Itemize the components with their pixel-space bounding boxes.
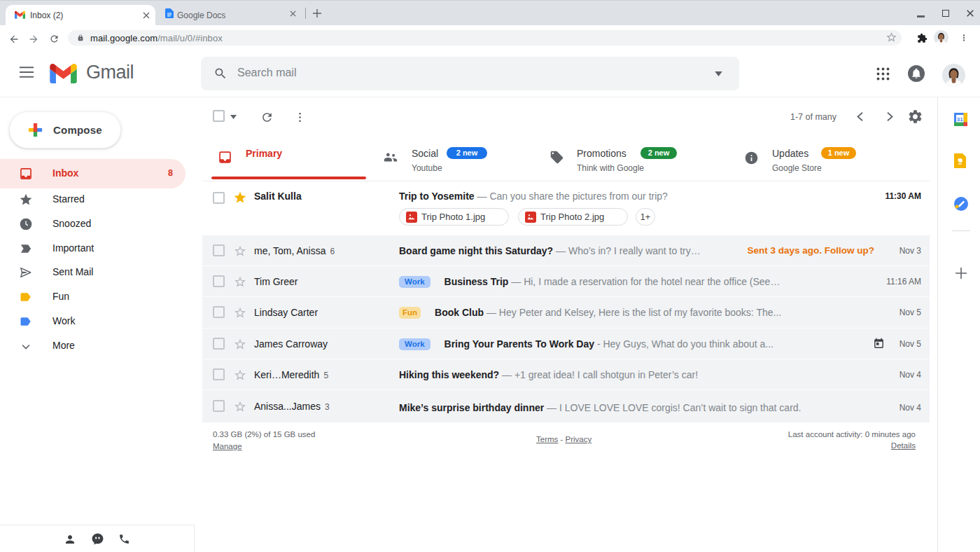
svg-text:31: 31 [957,116,963,123]
